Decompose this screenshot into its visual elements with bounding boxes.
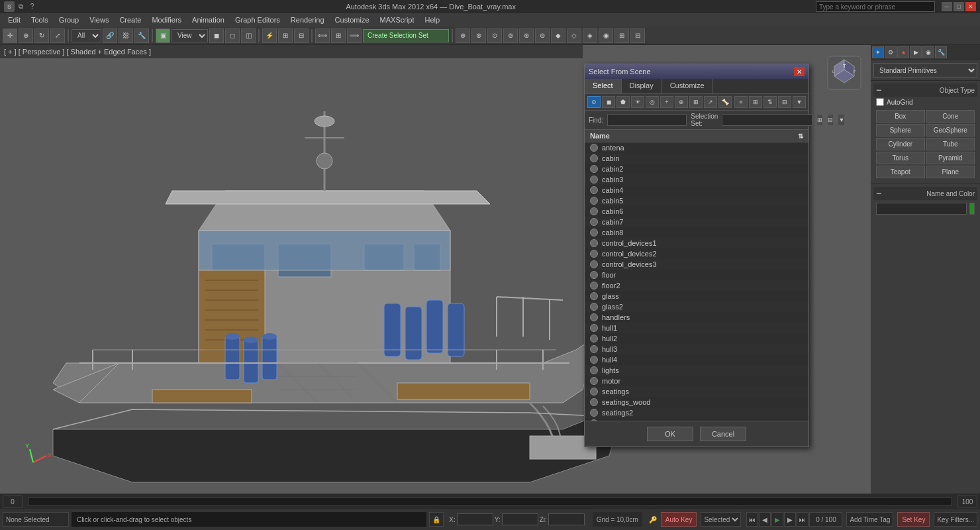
dlg-btn-light[interactable]: ☀ bbox=[631, 96, 644, 108]
menu-create[interactable]: Create bbox=[114, 15, 146, 25]
menu-rendering[interactable]: Rendering bbox=[285, 15, 330, 25]
dlg-btn-list-view[interactable]: ≡ bbox=[734, 96, 748, 108]
dlg-ss-btn3[interactable]: ▼ bbox=[838, 114, 845, 126]
tb-snap[interactable]: ⚡ bbox=[262, 28, 277, 43]
dlg-btn-sort[interactable]: ⇅ bbox=[763, 96, 777, 108]
menu-group[interactable]: Group bbox=[54, 15, 85, 25]
dlg-btn-shape[interactable]: ⬟ bbox=[616, 96, 630, 108]
menu-edit[interactable]: Edit bbox=[3, 15, 26, 25]
list-item[interactable]: seatings bbox=[585, 386, 808, 397]
dlg-ss-btn1[interactable]: ⊞ bbox=[816, 114, 823, 126]
prev-key-btn[interactable]: ◀ bbox=[759, 512, 771, 527]
obj-type-teapot[interactable]: Teapot bbox=[876, 166, 925, 178]
auto-key-btn[interactable]: Auto Key bbox=[661, 512, 697, 527]
menu-modifiers[interactable]: Modifiers bbox=[146, 15, 187, 25]
hierarchy-panel-btn[interactable]: 🔺 bbox=[897, 46, 909, 58]
key-mode-dropdown[interactable]: Selected bbox=[701, 512, 741, 527]
list-item[interactable]: seatings2 bbox=[585, 407, 808, 418]
y-coord[interactable] bbox=[502, 513, 538, 525]
menu-maxscript[interactable]: MAXScript bbox=[375, 15, 420, 25]
tb-extra12[interactable]: ⊟ bbox=[630, 28, 645, 43]
dlg-btn-geo[interactable]: ◼ bbox=[602, 96, 615, 108]
tb-rotate[interactable]: ↻ bbox=[34, 28, 49, 43]
color-swatch[interactable] bbox=[969, 203, 975, 215]
tb-render3[interactable]: ◫ bbox=[241, 28, 256, 43]
name-color-header[interactable]: − Name and Color bbox=[873, 187, 977, 200]
add-time-tag-btn[interactable]: Add Time Tag bbox=[846, 512, 893, 527]
primitive-type-dropdown[interactable]: Standard Primitives bbox=[873, 63, 977, 78]
lock-btn[interactable]: 🔒 bbox=[429, 512, 444, 527]
obj-type-tube[interactable]: Tube bbox=[926, 138, 975, 150]
dlg-btn-xrefs[interactable]: ↗ bbox=[704, 96, 717, 108]
obj-type-cone[interactable]: Cone bbox=[926, 110, 975, 123]
dlg-btn-cam[interactable]: ◎ bbox=[646, 96, 659, 108]
dialog-ok-btn[interactable]: OK bbox=[647, 427, 693, 441]
list-item[interactable]: hull4 bbox=[585, 354, 808, 365]
utility-panel-btn[interactable]: 🔧 bbox=[935, 46, 947, 58]
autogrid-checkbox[interactable] bbox=[876, 98, 884, 106]
dlg-btn-groups[interactable]: ⊞ bbox=[689, 96, 703, 108]
menu-help[interactable]: Help bbox=[420, 15, 446, 25]
dlg-btn-bones[interactable]: 🦴 bbox=[718, 96, 732, 108]
list-item[interactable]: antena bbox=[585, 142, 808, 153]
object-type-header[interactable]: − Object Type bbox=[873, 83, 977, 97]
list-item[interactable]: cabin4 bbox=[585, 185, 808, 195]
view-dropdown[interactable]: View bbox=[172, 29, 208, 42]
list-item[interactable]: glass2 bbox=[585, 301, 808, 312]
list-item[interactable]: hull1 bbox=[585, 323, 808, 333]
list-item[interactable]: cabin5 bbox=[585, 195, 808, 206]
obj-type-box[interactable]: Box bbox=[876, 110, 925, 123]
dialog-tab-display[interactable]: Display bbox=[622, 79, 662, 93]
list-item[interactable]: cabin7 bbox=[585, 217, 808, 227]
tb-extra4[interactable]: ⊚ bbox=[503, 28, 518, 43]
search-input[interactable] bbox=[816, 1, 935, 12]
list-item[interactable]: motor bbox=[585, 376, 808, 386]
menu-customize[interactable]: Customize bbox=[330, 15, 375, 25]
list-item[interactable]: cabin3 bbox=[585, 174, 808, 185]
motion-panel-btn[interactable]: ▶ bbox=[910, 46, 922, 58]
menu-animation[interactable]: Animation bbox=[187, 15, 230, 25]
timeline-track[interactable] bbox=[28, 497, 952, 506]
display-panel-btn[interactable]: ◉ bbox=[922, 46, 934, 58]
tb-extra5[interactable]: ⊛ bbox=[519, 28, 534, 43]
tb-extra7[interactable]: ◆ bbox=[551, 28, 565, 43]
create-selection-set[interactable]: Create Selection Set bbox=[363, 29, 449, 42]
list-item[interactable]: cabin bbox=[585, 153, 808, 164]
list-item[interactable]: floor bbox=[585, 270, 808, 280]
obj-type-pyramid[interactable]: Pyramid bbox=[926, 152, 975, 164]
tb-extra8[interactable]: ◇ bbox=[567, 28, 581, 43]
dlg-btn-select-all[interactable]: ⊙ bbox=[587, 96, 601, 108]
maximize-btn[interactable]: □ bbox=[954, 2, 964, 11]
list-item[interactable]: lights bbox=[585, 365, 808, 376]
list-item[interactable]: control_devices3 bbox=[585, 259, 808, 270]
list-item[interactable]: handlers bbox=[585, 312, 808, 323]
restore-btn[interactable]: ⧉ bbox=[19, 3, 23, 10]
dialog-tab-select[interactable]: Select bbox=[585, 79, 622, 93]
list-item[interactable]: cabin2 bbox=[585, 164, 808, 174]
selection-set-input[interactable] bbox=[722, 114, 812, 126]
next-frame-btn[interactable]: ⏭ bbox=[797, 512, 808, 527]
obj-type-geosphere[interactable]: GeoSphere bbox=[926, 124, 975, 136]
x-coord[interactable] bbox=[457, 513, 493, 525]
dialog-cancel-btn[interactable]: Cancel bbox=[700, 427, 746, 441]
tb-render1[interactable]: ◼ bbox=[209, 28, 224, 43]
menu-views[interactable]: Views bbox=[84, 15, 114, 25]
tb-mirror[interactable]: ⟺ bbox=[315, 28, 330, 43]
obj-type-plane[interactable]: Plane bbox=[926, 166, 975, 178]
tb-extra11[interactable]: ⊞ bbox=[614, 28, 629, 43]
tb-render2[interactable]: ◻ bbox=[225, 28, 240, 43]
tb-array[interactable]: ⊞ bbox=[331, 28, 346, 43]
menu-graph-editors[interactable]: Graph Editors bbox=[230, 15, 285, 25]
list-item[interactable]: cabin6 bbox=[585, 206, 808, 217]
tb-scale[interactable]: ⤢ bbox=[50, 28, 65, 43]
modify-panel-btn[interactable]: ⚙ bbox=[885, 46, 897, 58]
list-item[interactable]: hull2 bbox=[585, 333, 808, 344]
dlg-btn-filter[interactable]: ⊟ bbox=[778, 96, 791, 108]
list-item[interactable]: hull3 bbox=[585, 344, 808, 354]
list-item[interactable]: control_devices1 bbox=[585, 238, 808, 248]
obj-type-cylinder[interactable]: Cylinder bbox=[876, 138, 925, 150]
dialog-close-btn[interactable]: ✕ bbox=[794, 67, 805, 76]
tb-snap3[interactable]: ⊟ bbox=[294, 28, 309, 43]
dlg-btn-helper[interactable]: + bbox=[660, 96, 673, 108]
play-btn[interactable]: ▶ bbox=[771, 512, 783, 527]
